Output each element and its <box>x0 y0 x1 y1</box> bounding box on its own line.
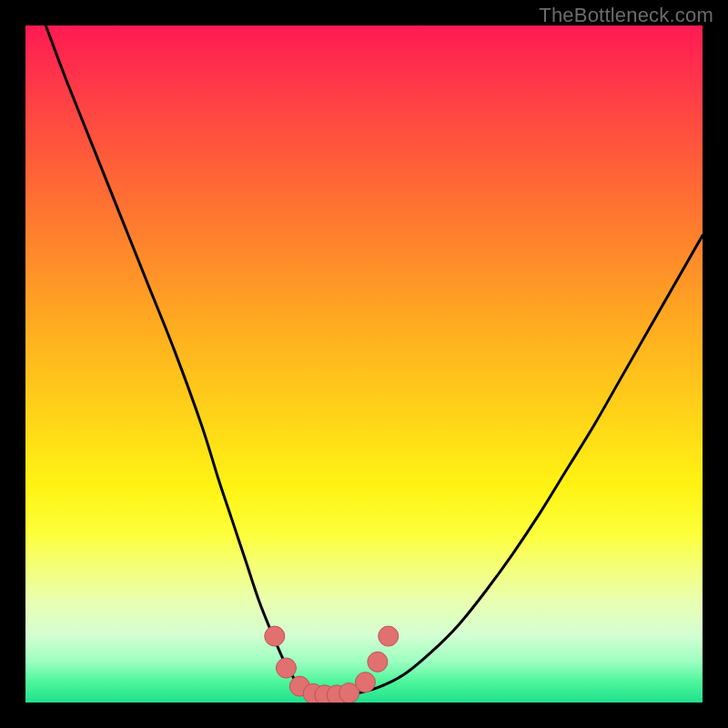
curve-layer <box>25 25 703 703</box>
plot-area <box>25 25 703 703</box>
marker-dot <box>276 658 296 678</box>
marker-dot <box>355 672 375 693</box>
marker-dot <box>379 626 399 646</box>
bottleneck-curve <box>46 25 703 696</box>
watermark-text: TheBottleneck.com <box>539 4 713 27</box>
marker-dot <box>265 626 285 646</box>
curve-path <box>46 25 703 696</box>
chart-frame: TheBottleneck.com <box>0 0 728 728</box>
marker-dot <box>368 652 388 672</box>
highlighted-points <box>265 626 399 703</box>
